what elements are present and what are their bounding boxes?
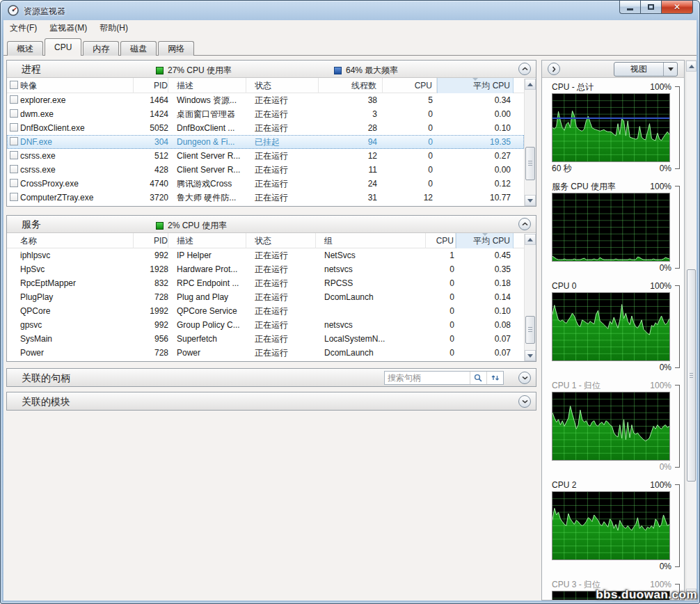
services-scrollbar[interactable] <box>524 234 536 361</box>
chart-cpu-0: CPU 0100%0% <box>542 277 684 376</box>
table-row[interactable]: RpcEptMapper832RPC Endpoint ...正在运行RPCSS… <box>7 276 524 290</box>
services-panel-header[interactable]: 服务 2% CPU 使用率 <box>7 216 536 233</box>
menu-item-monitor[interactable]: 监视器(M) <box>43 19 93 37</box>
cell-name: Power <box>7 346 134 360</box>
tab-cpu[interactable]: CPU <box>45 38 81 56</box>
scrollbar-thumb[interactable] <box>687 269 696 482</box>
services-collapse-button[interactable] <box>518 218 531 230</box>
menubar: 文件(F) 监视器(M) 帮助(H) <box>3 20 697 36</box>
chart-axis-bracket <box>675 385 680 468</box>
processes-panel-header[interactable]: 进程 27% CPU 使用率 64% 最大频率 <box>7 61 536 78</box>
row-checkbox[interactable] <box>10 123 18 132</box>
column-header-pid[interactable]: PID <box>134 233 168 248</box>
row-checkbox[interactable] <box>10 193 18 201</box>
scroll-down-button[interactable] <box>525 195 536 206</box>
scrollbar-thumb[interactable] <box>525 316 535 344</box>
view-button[interactable]: 视图 <box>614 62 678 77</box>
row-checkbox[interactable] <box>10 165 18 173</box>
services-title: 服务 <box>22 218 41 231</box>
column-header-pid[interactable]: PID <box>134 78 168 93</box>
scroll-up-button[interactable] <box>525 234 536 245</box>
column-header-avg-cpu[interactable]: 平均 CPU <box>437 78 514 93</box>
maximize-button[interactable] <box>640 1 661 14</box>
row-checkbox[interactable] <box>10 95 18 104</box>
table-row[interactable]: DnfBoxClient.exe5052DnfBoxClient ...正在运行… <box>7 121 524 135</box>
column-header-description[interactable]: 描述 <box>168 233 246 248</box>
cell-avg: 0.00 <box>437 163 514 177</box>
charts-pane-toolbar: 视图 <box>542 61 684 78</box>
search-button[interactable] <box>470 372 486 384</box>
refresh-search-button[interactable] <box>486 372 503 384</box>
scrollbar-thumb[interactable] <box>525 147 535 180</box>
modules-section: 关联的模块 <box>6 392 536 411</box>
minimize-button[interactable] <box>619 1 640 14</box>
content-area: 进程 27% CPU 使用率 64% 最大频率 映像 PID 描述 状态 线程 <box>3 56 697 601</box>
cell-threads: 31 <box>319 191 383 205</box>
cell-cpu: 0 <box>426 276 456 290</box>
table-row[interactable]: gpsvc992Group Policy C...正在运行netsvcs00.0… <box>7 318 524 332</box>
column-header-image[interactable]: 映像 <box>7 78 134 93</box>
table-row[interactable]: csrss.exe512Client Server R...正在运行1200.2… <box>7 149 524 163</box>
column-header-avg-cpu[interactable]: 平均 CPU <box>456 233 514 248</box>
table-row[interactable]: DNF.exe304Dungeon & Fi...已挂起94019.35 <box>7 135 524 149</box>
scroll-up-button[interactable] <box>525 79 536 90</box>
service-table-body: iphlpsvc992IP Helper正在运行NetSvcs10.45HpSv… <box>7 248 524 360</box>
handle-search-box <box>384 371 504 385</box>
cell-desc: Power <box>168 346 246 360</box>
cell-image: explorer.exe <box>7 93 134 107</box>
column-header-status[interactable]: 状态 <box>246 78 319 93</box>
table-row[interactable]: Power728Power正在运行DcomLaunch00.07 <box>7 346 524 360</box>
table-row[interactable]: csrss.exe428Client Server R...正在运行1100.0… <box>7 163 524 177</box>
table-row[interactable]: dwm.exe1424桌面窗口管理器正在运行300.00 <box>7 107 524 121</box>
services-cpu-usage-legend: 2% CPU 使用率 <box>156 220 227 232</box>
row-checkbox[interactable] <box>10 109 18 118</box>
modules-expand-button[interactable] <box>518 395 531 408</box>
tab-disk[interactable]: 磁盘 <box>120 41 157 56</box>
cell-avg: 10.77 <box>437 191 514 205</box>
scroll-down-button[interactable] <box>525 350 536 361</box>
menu-item-file[interactable]: 文件(F) <box>3 19 43 37</box>
table-row[interactable]: PlugPlay728Plug and Play正在运行DcomLaunch00… <box>7 290 524 304</box>
cell-threads: 94 <box>319 135 383 149</box>
row-checkbox[interactable] <box>10 137 18 145</box>
charts-pane-scrollbar[interactable] <box>685 60 697 601</box>
column-header-threads[interactable]: 线程数 <box>319 78 383 93</box>
cell-pid: 956 <box>134 332 168 346</box>
column-header-description[interactable]: 描述 <box>168 78 246 93</box>
tab-network[interactable]: 网络 <box>158 41 194 56</box>
row-checkbox[interactable] <box>10 179 18 187</box>
scroll-up-button[interactable] <box>686 61 697 72</box>
cpu-usage-swatch <box>156 67 164 74</box>
handles-expand-button[interactable] <box>518 372 531 384</box>
table-row[interactable]: ComputerZTray.exe3720鲁大师 硬件防...正在运行31121… <box>7 191 524 205</box>
chart-plot-cpu-2 <box>552 491 670 560</box>
view-dropdown-button[interactable] <box>663 63 677 76</box>
table-row[interactable]: HpSvc1928Hardware Prot...正在运行netsvcs00.3… <box>7 262 524 276</box>
collapse-charts-pane-button[interactable] <box>548 63 560 75</box>
cell-desc: 桌面窗口管理器 <box>168 107 246 121</box>
cell-threads: 28 <box>319 121 383 135</box>
sort-indicator-icon <box>472 78 478 81</box>
table-row[interactable]: SysMain956Superfetch正在运行LocalSystemN...0… <box>7 332 524 346</box>
search-icon <box>474 374 483 383</box>
close-button[interactable]: ✕ <box>661 1 693 14</box>
table-row[interactable]: explorer.exe1464Windows 资源...正在运行3850.34 <box>7 93 524 107</box>
menu-item-help[interactable]: 帮助(H) <box>93 19 134 37</box>
table-row[interactable]: QPCore1992QPCore Service正在运行00.10 <box>7 304 524 318</box>
processes-collapse-button[interactable] <box>518 63 531 75</box>
row-checkbox[interactable] <box>10 151 18 159</box>
column-header-cpu[interactable]: CPU <box>426 233 456 248</box>
column-header-name[interactable]: 名称 <box>7 233 134 248</box>
cell-avg: 0.12 <box>437 177 514 191</box>
handle-search-input[interactable] <box>385 372 470 384</box>
select-all-checkbox[interactable] <box>10 81 18 89</box>
tab-memory[interactable]: 内存 <box>83 41 119 56</box>
table-row[interactable]: CrossProxy.exe4740腾讯游戏Cross正在运行2400.12 <box>7 177 524 191</box>
processes-scrollbar[interactable] <box>524 79 536 206</box>
column-header-group[interactable]: 组 <box>316 233 426 248</box>
column-header-cpu[interactable]: CPU <box>383 78 437 93</box>
chart-title: CPU 0 <box>552 280 576 292</box>
column-header-status[interactable]: 状态 <box>246 233 316 248</box>
tab-overview[interactable]: 概述 <box>7 41 43 56</box>
table-row[interactable]: iphlpsvc992IP Helper正在运行NetSvcs10.45 <box>7 248 524 262</box>
